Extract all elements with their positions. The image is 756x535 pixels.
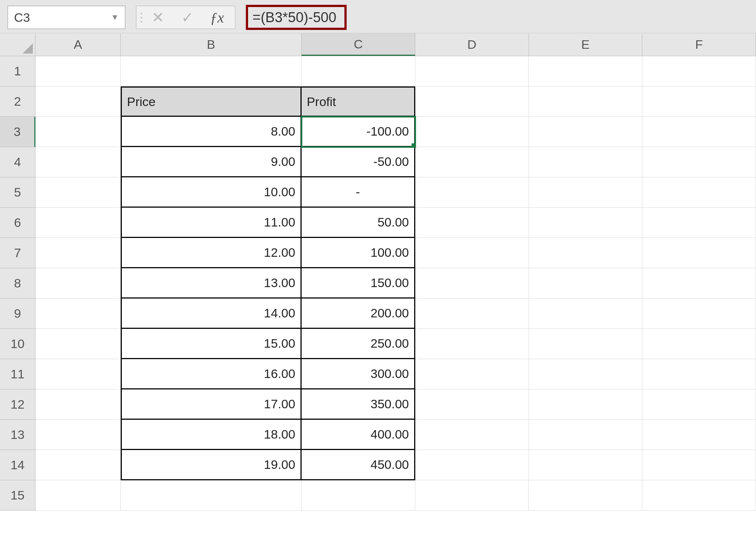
row-header-12[interactable]: 12: [0, 389, 35, 420]
cell-C2[interactable]: Profit: [302, 86, 415, 117]
col-header-C[interactable]: C: [302, 33, 415, 56]
cell-C3[interactable]: -100.00: [302, 117, 415, 147]
cell-F15[interactable]: [642, 480, 756, 511]
cell-A3[interactable]: [35, 117, 121, 147]
cell-E3[interactable]: [529, 117, 643, 147]
chevron-down-icon[interactable]: ▼: [111, 13, 119, 22]
select-all-corner[interactable]: [0, 33, 35, 56]
name-box[interactable]: C3 ▼: [7, 6, 126, 29]
row-header-9[interactable]: 9: [0, 299, 35, 329]
cell-F11[interactable]: [642, 359, 756, 389]
cell-B6[interactable]: 11.00: [121, 208, 302, 238]
cell-D3[interactable]: [415, 117, 529, 147]
cell-A11[interactable]: [35, 359, 121, 389]
cell-B8[interactable]: 13.00: [121, 268, 302, 299]
cell-F4[interactable]: [642, 147, 756, 177]
cell-C13[interactable]: 400.00: [302, 420, 415, 450]
cell-E12[interactable]: [529, 389, 643, 420]
cell-B11[interactable]: 16.00: [121, 359, 302, 389]
fx-icon[interactable]: ƒx: [202, 6, 232, 28]
cell-A2[interactable]: [35, 86, 121, 117]
col-header-A[interactable]: A: [35, 33, 121, 56]
cell-B4[interactable]: 9.00: [121, 147, 302, 177]
cell-D2[interactable]: [415, 86, 529, 117]
cell-C8[interactable]: 150.00: [302, 268, 415, 299]
cell-A9[interactable]: [35, 299, 121, 329]
cell-A6[interactable]: [35, 208, 121, 238]
cell-F10[interactable]: [642, 329, 756, 359]
cell-F14[interactable]: [642, 450, 756, 480]
cell-C10[interactable]: 250.00: [302, 329, 415, 359]
cell-B1[interactable]: [121, 56, 302, 86]
cell-C12[interactable]: 350.00: [302, 389, 415, 420]
cell-D7[interactable]: [415, 238, 529, 268]
cell-C9[interactable]: 200.00: [302, 299, 415, 329]
formula-input[interactable]: =(B3*50)-500: [252, 10, 336, 25]
cell-D5[interactable]: [415, 177, 529, 208]
cell-F3[interactable]: [642, 117, 756, 147]
cell-F12[interactable]: [642, 389, 756, 420]
cell-A7[interactable]: [35, 238, 121, 268]
cell-C5[interactable]: -: [302, 177, 415, 208]
cell-A4[interactable]: [35, 147, 121, 177]
cell-C4[interactable]: -50.00: [302, 147, 415, 177]
cell-D13[interactable]: [415, 420, 529, 450]
cell-E14[interactable]: [529, 450, 643, 480]
cell-F13[interactable]: [642, 420, 756, 450]
cell-B15[interactable]: [121, 480, 302, 511]
cell-A15[interactable]: [35, 480, 121, 511]
cell-D8[interactable]: [415, 268, 529, 299]
cell-F6[interactable]: [642, 208, 756, 238]
cell-D11[interactable]: [415, 359, 529, 389]
cell-B12[interactable]: 17.00: [121, 389, 302, 420]
cell-D1[interactable]: [415, 56, 529, 86]
col-header-E[interactable]: E: [529, 33, 643, 56]
row-header-6[interactable]: 6: [0, 208, 35, 238]
cell-D6[interactable]: [415, 208, 529, 238]
cell-E9[interactable]: [529, 299, 643, 329]
cell-E4[interactable]: [529, 147, 643, 177]
row-header-8[interactable]: 8: [0, 268, 35, 299]
cell-B13[interactable]: 18.00: [121, 420, 302, 450]
cell-B2[interactable]: Price: [121, 86, 302, 117]
cell-E7[interactable]: [529, 238, 643, 268]
cell-B10[interactable]: 15.00: [121, 329, 302, 359]
row-header-11[interactable]: 11: [0, 359, 35, 389]
cell-B14[interactable]: 19.00: [121, 450, 302, 480]
cell-C15[interactable]: [302, 480, 415, 511]
row-header-7[interactable]: 7: [0, 238, 35, 268]
cell-F9[interactable]: [642, 299, 756, 329]
cell-E11[interactable]: [529, 359, 643, 389]
cell-E15[interactable]: [529, 480, 642, 511]
cell-B7[interactable]: 12.00: [121, 238, 302, 268]
cell-A5[interactable]: [35, 177, 121, 208]
cell-E1[interactable]: [529, 56, 642, 86]
cell-F5[interactable]: [642, 177, 756, 208]
cell-A13[interactable]: [35, 420, 121, 450]
cell-B5[interactable]: 10.00: [121, 177, 302, 208]
cell-C11[interactable]: 300.00: [302, 359, 415, 389]
cell-B3[interactable]: 8.00: [121, 117, 302, 147]
cell-F8[interactable]: [642, 268, 756, 299]
row-header-14[interactable]: 14: [0, 450, 35, 480]
row-header-4[interactable]: 4: [0, 147, 35, 177]
cell-F7[interactable]: [642, 238, 756, 268]
cell-D4[interactable]: [415, 147, 529, 177]
cell-A14[interactable]: [35, 450, 121, 480]
cancel-icon[interactable]: ✕: [143, 6, 173, 28]
cell-E2[interactable]: [529, 86, 643, 117]
cell-C1[interactable]: [302, 56, 415, 86]
cell-E10[interactable]: [529, 329, 643, 359]
cell-E13[interactable]: [529, 420, 643, 450]
row-header-2[interactable]: 2: [0, 86, 35, 117]
row-header-13[interactable]: 13: [0, 420, 35, 450]
cell-F2[interactable]: [642, 86, 756, 117]
cell-D10[interactable]: [415, 329, 529, 359]
cell-D12[interactable]: [415, 389, 529, 420]
row-header-5[interactable]: 5: [0, 177, 35, 208]
cell-E8[interactable]: [529, 268, 643, 299]
cell-E6[interactable]: [529, 208, 643, 238]
cell-E5[interactable]: [529, 177, 643, 208]
row-header-1[interactable]: 1: [0, 56, 35, 86]
cell-B9[interactable]: 14.00: [121, 299, 302, 329]
